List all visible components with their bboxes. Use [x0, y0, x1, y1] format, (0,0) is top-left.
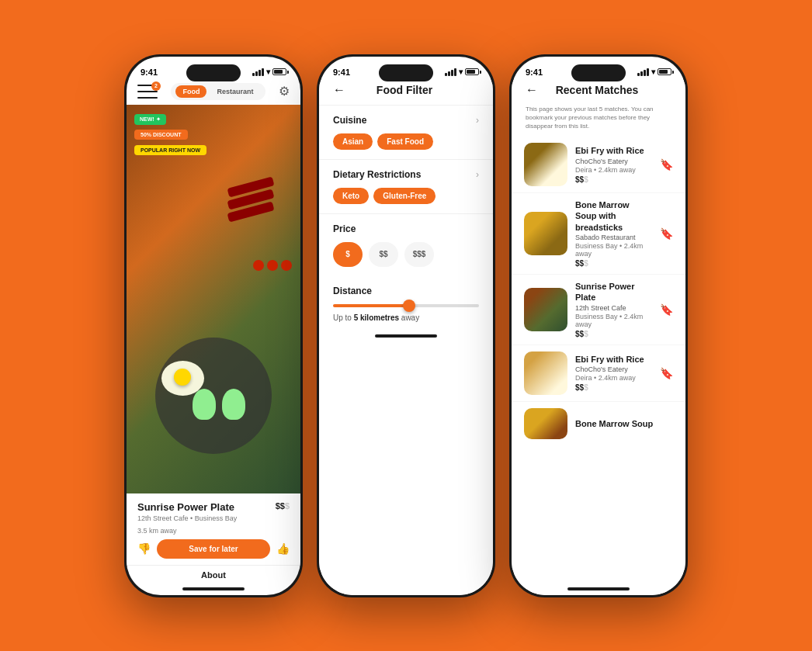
food-title-row: Sunrise Power Plate $$$ [137, 501, 290, 513]
settings-icon[interactable]: ⚙ [279, 84, 290, 99]
tag-gluten-free[interactable]: Gluten-Free [373, 188, 435, 204]
bookmark-button-2[interactable]: 🔖 [660, 227, 673, 240]
distance-slider[interactable] [333, 304, 479, 307]
notification-badge: 2 [151, 81, 161, 91]
filter-title: Food Filter [377, 84, 432, 96]
tag-fast-food[interactable]: Fast Food [377, 133, 433, 150]
thumbs-down-button[interactable]: 👎 [137, 542, 151, 555]
food-price: $$$ [276, 501, 290, 511]
filter-tabs: Food Restaurant [171, 83, 265, 100]
match-item-3: Sunrise Power Plate 12th Street Cafe Bus… [512, 275, 685, 345]
distance-section: Distance Up to 5 kilometres away [319, 276, 493, 331]
match-img-bg-1 [524, 143, 567, 186]
price-buttons: $ $$ $$$ [333, 242, 479, 267]
tag-asian[interactable]: Asian [333, 133, 373, 150]
match-item-4: Ebi Fry with Rice ChoCho's Eatery Deira … [512, 345, 685, 402]
dynamic-island-1 [186, 64, 241, 81]
dietary-section: Dietary Restrictions › Keto Gluten-Free [319, 159, 493, 213]
match-image-2 [524, 212, 567, 255]
matches-header: ← Recent Matches [512, 80, 685, 102]
phone3-content: ← Recent Matches This page shows your la… [512, 80, 685, 595]
bookmark-button-3[interactable]: 🔖 [660, 303, 673, 316]
price-btn-low[interactable]: $ [333, 242, 363, 267]
status-icons-3: ▾ [637, 68, 671, 76]
filter-header: ← Food Filter [319, 80, 493, 105]
matches-list: Ebi Fry with Rice ChoCho's Eatery Deira … [512, 137, 685, 583]
dietary-label: Dietary Restrictions [333, 169, 421, 180]
back-button-3[interactable]: ← [526, 83, 538, 97]
price-section-header: Price [333, 223, 479, 234]
back-button-2[interactable]: ← [333, 83, 345, 97]
matches-title: Recent Matches [556, 84, 639, 96]
cuisine-section: Cuisine › Asian Fast Food [319, 105, 493, 159]
match-item-1: Ebi Fry with Rice ChoCho's Eatery Deira … [512, 137, 685, 193]
status-time-1: 9:41 [141, 68, 158, 77]
cuisine-tags: Asian Fast Food [333, 133, 479, 150]
match-price-2: $$$ [575, 259, 652, 268]
tag-keto[interactable]: Keto [333, 188, 369, 204]
status-icons-2: ▾ [445, 68, 479, 76]
match-restaurant-4: ChoCho's Eatery [575, 365, 652, 373]
price-btn-mid[interactable]: $$ [369, 242, 398, 267]
match-image-3 [524, 288, 567, 331]
food-meta-line1: 12th Street Cafe • Business Bay [137, 514, 290, 522]
phone1-content: 2 Food Restaurant ⚙ [127, 80, 300, 595]
phone-1: 9:41 ▾ [124, 54, 303, 597]
signal-icon-1 [252, 68, 264, 76]
battery-icon-1 [272, 68, 286, 75]
price-btn-high[interactable]: $$$ [404, 242, 434, 267]
badge-popular: POPULAR RIGHT NOW [134, 145, 206, 155]
dietary-tags: Keto Gluten-Free [333, 188, 479, 204]
match-location-1: Deira • 2.4km away [575, 166, 652, 174]
match-info-2: Bone Marrow Soup with breadsticks Sabado… [575, 199, 652, 268]
signal-icon-3 [637, 68, 649, 76]
save-for-later-button[interactable]: Save for later [157, 539, 270, 559]
menu-button-wrap[interactable]: 2 [137, 85, 158, 99]
match-img-bg-3 [524, 288, 567, 331]
match-img-bg-2 [524, 212, 567, 255]
about-tab[interactable]: About [127, 565, 300, 584]
meat-visual [227, 182, 274, 216]
battery-icon-3 [658, 68, 671, 75]
match-location-2: Business Bay • 2.4km away [575, 242, 652, 258]
match-name-3: Sunrise Power Plate [575, 281, 652, 303]
slider-thumb[interactable] [403, 300, 415, 312]
match-image-4 [524, 351, 567, 395]
phones-container: 9:41 ▾ [109, 31, 703, 621]
food-image-container: NEW! ✦ 50% DISCOUNT POPULAR RIGHT NOW [127, 105, 300, 493]
match-location-3: Business Bay • 2.4km away [575, 313, 652, 328]
cuisine-section-header: Cuisine › [333, 115, 479, 126]
phone1-header: 2 Food Restaurant ⚙ [127, 80, 300, 105]
phone2-content: ← Food Filter Cuisine › Asian Fast Food [319, 80, 493, 595]
tomatoes-visual [253, 260, 292, 271]
match-item-5-partial: Bone Marrow Soup [512, 402, 685, 445]
phone-2: 9:41 ▾ ← Food Filter [317, 54, 495, 597]
bookmark-button-4[interactable]: 🔖 [660, 367, 673, 379]
home-indicator-2 [375, 334, 437, 338]
status-time-2: 9:41 [333, 68, 350, 77]
food-image: NEW! ✦ 50% DISCOUNT POPULAR RIGHT NOW [127, 105, 300, 493]
tab-restaurant[interactable]: Restaurant [210, 85, 260, 98]
thumbs-up-button[interactable]: 👍 [276, 542, 290, 555]
match-item-2: Bone Marrow Soup with breadsticks Sabado… [512, 193, 685, 275]
price-label: Price [333, 223, 356, 234]
match-price-4: $$$ [575, 383, 652, 392]
match-img-bg-4 [524, 351, 567, 395]
badge-discount: 50% DISCOUNT [134, 130, 188, 140]
wifi-icon-2: ▾ [459, 68, 463, 76]
wifi-icon-3: ▾ [651, 68, 655, 76]
match-info-1: Ebi Fry with Rice ChoCho's Eatery Deira … [575, 145, 652, 183]
match-restaurant-2: Sabado Restaurant [575, 234, 652, 241]
battery-icon-2 [465, 68, 479, 75]
bookmark-button-1[interactable]: 🔖 [660, 158, 673, 171]
food-info-card: Sunrise Power Plate $$$ 12th Street Cafe… [127, 493, 300, 565]
match-restaurant-3: 12th Street Cafe [575, 304, 652, 312]
signal-icon-2 [445, 68, 456, 76]
tab-food[interactable]: Food [175, 85, 206, 98]
avocado-visual [193, 389, 247, 423]
match-image-5 [524, 408, 567, 439]
home-indicator-3 [567, 587, 630, 590]
badge-new: NEW! ✦ [134, 114, 166, 125]
cuisine-chevron-icon: › [476, 115, 479, 126]
match-info-3: Sunrise Power Plate 12th Street Cafe Bus… [575, 281, 652, 338]
